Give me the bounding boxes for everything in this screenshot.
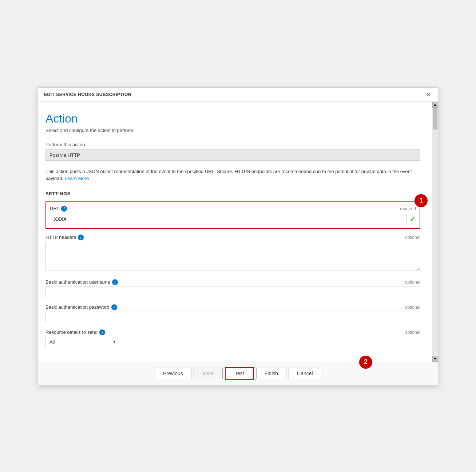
scrollbar-up-button[interactable]: ▲ — [432, 102, 438, 108]
cancel-button[interactable]: Cancel — [289, 368, 321, 379]
scrollbar-track[interactable] — [432, 108, 438, 356]
finish-button[interactable]: Finish — [256, 368, 286, 379]
scrollbar: ▲ ▼ — [432, 102, 438, 362]
basic-auth-username-label-text: Basic authentication username — [45, 279, 110, 285]
badge-1: 1 — [414, 194, 428, 207]
dialog-footer: 2 Previous Next Test Finish Cancel — [38, 362, 438, 385]
close-button[interactable]: × — [425, 91, 432, 98]
resource-details-group: Resource details to send i optional All … — [45, 329, 420, 347]
http-headers-label-row: HTTP headers i optional — [45, 235, 420, 240]
basic-auth-username-label: Basic authentication username i — [45, 279, 118, 285]
resource-details-optional: optional — [405, 330, 420, 335]
dialog-body: Action Select and configure the action t… — [38, 102, 438, 362]
url-label-row: URL i required — [50, 206, 416, 212]
next-button: Next — [194, 368, 223, 379]
dialog: EDIT SERVICE HOOKS SUBSCRIPTION × Action… — [38, 87, 438, 385]
url-check-icon: ✓ — [410, 215, 416, 223]
resource-details-label-text: Resource details to send — [45, 329, 98, 335]
page-heading: Action — [45, 112, 420, 125]
basic-auth-password-label-text: Basic authentication password — [45, 304, 110, 310]
resource-details-select[interactable]: All Minimal None — [45, 337, 118, 347]
badge-2: 2 — [359, 356, 372, 369]
url-input[interactable] — [50, 214, 407, 224]
url-section: URL i required ✓ 1 — [45, 201, 420, 229]
url-label: URL i — [50, 206, 67, 212]
dialog-content: Action Select and configure the action t… — [38, 102, 432, 362]
basic-auth-password-input[interactable] — [45, 312, 420, 322]
url-info-icon[interactable]: i — [61, 206, 67, 212]
url-input-row: ✓ — [50, 214, 416, 224]
previous-button[interactable]: Previous — [155, 368, 191, 379]
http-headers-group: HTTP headers i optional — [45, 235, 420, 272]
perform-action-value: Post via HTTP — [45, 149, 420, 161]
basic-auth-username-info-icon[interactable]: i — [112, 279, 118, 285]
page-subtitle: Select and configure the action to perfo… — [45, 128, 420, 133]
http-headers-input[interactable] — [45, 242, 420, 271]
basic-auth-password-label: Basic authentication password i — [45, 304, 117, 310]
description-text-before-link: This action posts a JSON object represen… — [45, 169, 412, 181]
http-headers-label: HTTP headers i — [45, 235, 84, 240]
basic-auth-username-group: Basic authentication username i optional — [45, 279, 420, 297]
basic-auth-username-input[interactable] — [45, 287, 420, 297]
resource-details-info-icon[interactable]: i — [99, 329, 105, 335]
resource-details-select-wrapper: All Minimal None ▾ — [45, 337, 118, 347]
http-headers-label-text: HTTP headers — [45, 235, 76, 240]
perform-action-label: Perform this action — [45, 142, 420, 147]
basic-auth-password-group: Basic authentication password i optional — [45, 304, 420, 322]
basic-auth-password-info-icon[interactable]: i — [111, 304, 117, 310]
resource-details-label: Resource details to send i — [45, 329, 105, 335]
learn-more-link[interactable]: Learn More — [65, 176, 89, 181]
perform-action-group: Perform this action Post via HTTP — [45, 142, 420, 161]
titlebar: EDIT SERVICE HOOKS SUBSCRIPTION × — [38, 88, 438, 102]
basic-auth-password-optional: optional — [405, 305, 420, 310]
http-headers-info-icon[interactable]: i — [78, 235, 84, 240]
scrollbar-thumb[interactable] — [433, 108, 437, 129]
test-button[interactable]: Test — [225, 367, 254, 380]
http-headers-optional: optional — [405, 235, 420, 240]
scrollbar-down-button[interactable]: ▼ — [432, 356, 438, 362]
description-text: This action posts a JSON object represen… — [45, 168, 420, 182]
settings-heading: SETTINGS — [45, 191, 420, 196]
basic-auth-username-label-row: Basic authentication username i optional — [45, 279, 420, 285]
url-required: required — [400, 206, 416, 211]
resource-details-label-row: Resource details to send i optional — [45, 329, 420, 335]
basic-auth-password-label-row: Basic authentication password i optional — [45, 304, 420, 310]
basic-auth-username-optional: optional — [405, 280, 420, 285]
url-label-text: URL — [50, 206, 59, 211]
dialog-title: EDIT SERVICE HOOKS SUBSCRIPTION — [44, 92, 131, 97]
